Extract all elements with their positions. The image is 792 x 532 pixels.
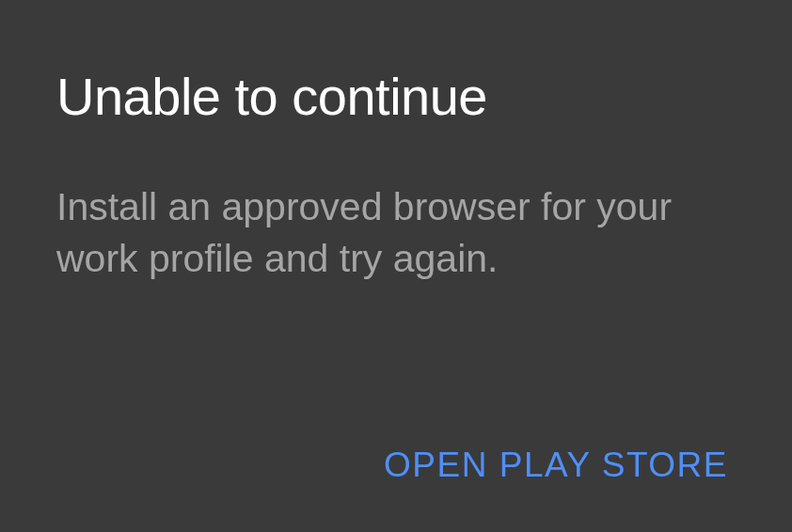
dialog-container: Unable to continue Install an approved b… (0, 0, 792, 532)
open-play-store-button[interactable]: OPEN PLAY STORE (376, 436, 736, 494)
dialog-title: Unable to continue (56, 66, 736, 127)
dialog-actions: OPEN PLAY STORE (56, 436, 736, 494)
dialog-message: Install an approved browser for your wor… (56, 181, 736, 286)
